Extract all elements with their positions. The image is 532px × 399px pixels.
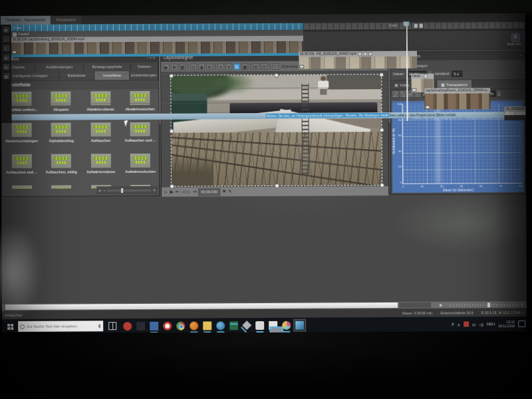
task-view-icon[interactable] (108, 322, 116, 330)
transform-mode-icon[interactable]: ↻ (233, 63, 240, 70)
effect-item[interactable] (42, 182, 82, 189)
effect-item[interactable]: Alphablending (41, 120, 81, 151)
selection-handle[interactable] (170, 129, 174, 134)
timeline-clip-4[interactable]: baySchnellzugRueck_20181116_155400.m... (424, 88, 490, 110)
zoom-in-icon[interactable]: ⊕ (206, 63, 213, 70)
track-type-icon[interactable]: ▦ (3, 73, 9, 79)
collapse-icon[interactable]: ⊟ (261, 63, 267, 69)
selection-handle[interactable] (380, 128, 384, 132)
taskbar-search[interactable] (18, 321, 103, 332)
zoom-thumb[interactable] (487, 303, 490, 307)
taskbar-app-opera-icon[interactable] (163, 321, 172, 330)
zoom-fit-icon[interactable]: ◉ (198, 63, 205, 70)
effect-item[interactable] (2, 183, 42, 189)
clip-sound-icon[interactable] (368, 52, 372, 56)
tab-einblendungen[interactable]: Einblendungen (130, 71, 158, 80)
tray-expand-icon[interactable]: ∧ (458, 322, 460, 327)
close-icon[interactable]: × (98, 188, 101, 193)
zoom-in-icon[interactable]: + (153, 188, 156, 192)
selection-handle[interactable] (379, 72, 384, 77)
abstand-input[interactable]: 0 s (452, 70, 462, 76)
track-type-icon[interactable]: ♪ (3, 36, 9, 42)
play-icon[interactable]: ▷ (164, 190, 168, 195)
edit-icon[interactable]: ✎ (228, 189, 232, 194)
taskbar-app-aquasoft-icon[interactable] (295, 321, 304, 329)
expand-icon[interactable]: ⊞ (253, 63, 259, 70)
search-input[interactable] (27, 324, 96, 329)
tab-storyboard[interactable]: Storyboard (51, 15, 80, 24)
transparenz-spinner[interactable]: ⇅ (497, 90, 501, 96)
zoom-in-icon[interactable]: + (521, 302, 523, 307)
collapse-icon[interactable]: − (13, 32, 17, 36)
track-type-icon[interactable]: ▤ (3, 55, 9, 61)
taskbar-app-paint-icon[interactable] (255, 321, 264, 329)
zoom-track[interactable] (454, 303, 519, 306)
step-forward-icon[interactable]: ▷ (187, 190, 190, 195)
zoom-out-icon[interactable]: − (103, 188, 106, 193)
tab-video[interactable]: ▦Video (390, 80, 414, 89)
move-icon[interactable]: ✥ (171, 63, 178, 70)
taskbar-app-red-icon[interactable] (123, 322, 132, 331)
tray-app-icon[interactable] (464, 321, 469, 327)
taskbar-app-excel-icon[interactable] (229, 321, 238, 330)
clip-option-icon[interactable] (358, 52, 362, 56)
selection-handle[interactable] (170, 184, 174, 189)
tab-bildeffekte[interactable]: Bildeffekte (59, 71, 94, 80)
grid-icon[interactable]: ▦ (179, 63, 186, 70)
track-type-icon[interactable]: ▦ (3, 27, 9, 33)
taskbar-app-firefox-icon[interactable] (190, 321, 198, 330)
taskbar-app-chrome-icon[interactable] (176, 321, 185, 330)
volume-icon[interactable]: ◁) (479, 322, 483, 327)
skip-end-icon[interactable]: ⇥ (193, 190, 197, 195)
track-type-icon[interactable]: ≡ (3, 45, 9, 51)
effect-item[interactable]: Auftauchen, mittig (41, 151, 81, 182)
play-from-here-icon[interactable]: ▶ (170, 190, 174, 195)
curve-linear-icon[interactable]: ╱ (392, 91, 398, 97)
dropdown-arrow-icon[interactable]: ▾ (225, 63, 232, 70)
taskbar-app-edge-icon[interactable] (216, 321, 225, 330)
aspect-icon[interactable]: ▣ (241, 63, 248, 70)
effect-item[interactable]: Abwärtsschwingen (2, 120, 42, 152)
zoom-slider[interactable] (108, 189, 151, 191)
skip-start-icon[interactable]: ⇤ (176, 190, 180, 195)
tab-bewegungspfade[interactable]: Bewegungspfade (84, 63, 131, 71)
people-icon[interactable]: ጰ (452, 322, 454, 327)
taskbar-app-photos-icon[interactable] (269, 321, 277, 329)
taskbar-app-window-icon[interactable] (150, 321, 158, 330)
taskbar-app-colors-icon[interactable] (282, 321, 291, 329)
selection-handle[interactable] (275, 184, 279, 188)
panel-float-icon[interactable]: ▫ (520, 53, 523, 57)
clock[interactable]: 13:2219.11.2018 (499, 320, 515, 328)
taskbar-app-explorer-icon[interactable] (203, 321, 211, 330)
taskbar-app-paint3d-icon[interactable] (242, 321, 251, 330)
video-preview[interactable] (171, 74, 382, 186)
taskbar-app-office-icon[interactable] (136, 321, 145, 330)
selection-handle[interactable] (169, 74, 174, 78)
action-center-icon[interactable] (518, 321, 525, 327)
zoom-out-icon[interactable]: − (449, 303, 452, 307)
marker-flag-icon[interactable]: ⚑ (222, 189, 226, 194)
zoom-out-icon[interactable]: ⊖ (190, 63, 197, 70)
scroll-right-icon[interactable]: ▶ (440, 303, 443, 308)
curve-step-icon[interactable]: ╲ (400, 91, 406, 97)
track-type-icon[interactable]: ▥ (3, 64, 9, 70)
tab-ausblendungen[interactable]: Ausblendungen (35, 63, 84, 71)
network-icon[interactable]: ⊡ (472, 322, 475, 327)
play-icon[interactable]: ▶ (163, 63, 170, 70)
timeline-clip-5[interactable]: 30_20181116_155425... (504, 106, 525, 120)
clip-option-icon[interactable] (424, 74, 428, 78)
start-button[interactable] (2, 319, 18, 334)
timeline-clip-2[interactable]: 00:36.536, VID_20181116_163637.mp4 (299, 51, 417, 69)
step-back-icon[interactable]: ◁ (182, 190, 185, 195)
language-indicator[interactable]: DEU (487, 322, 495, 326)
zoom-slider-thumb[interactable] (121, 188, 123, 193)
raster-icon[interactable]: # (217, 63, 224, 70)
effect-item[interactable]: Auftauchen (81, 120, 121, 151)
filter-icon[interactable]: ▽ (272, 63, 279, 69)
effect-item[interactable]: Aufwärtsrutschen (120, 151, 160, 182)
toolbar-button-erste-schritte[interactable]: ⚙ Erste Sch... (507, 33, 524, 46)
timeline-marker-flag[interactable] (420, 24, 423, 28)
tab-texteffekte[interactable]: Texteffekte (94, 71, 130, 80)
effect-item[interactable]: Aufwärtsrotieren (81, 151, 121, 182)
clip-edit-icon[interactable] (363, 52, 367, 56)
